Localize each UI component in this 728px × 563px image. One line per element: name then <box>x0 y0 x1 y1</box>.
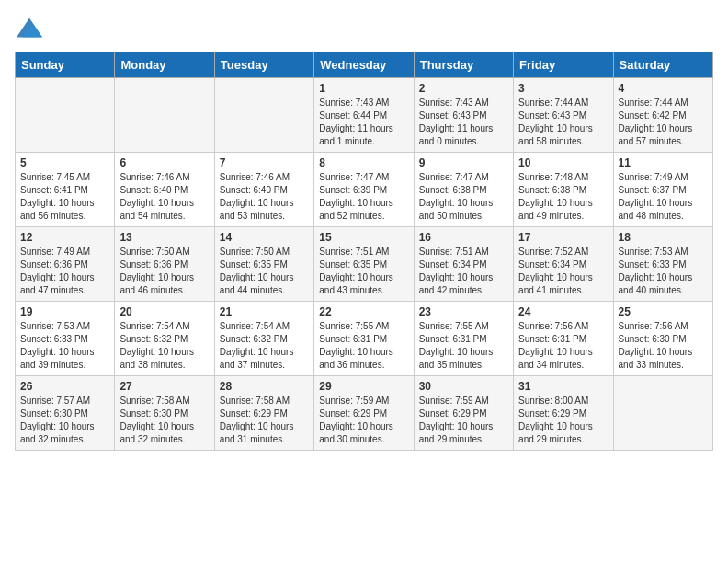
weekday-header-monday: Monday <box>115 52 214 78</box>
day-info: Sunrise: 7:59 AMSunset: 6:29 PMDaylight:… <box>419 395 508 446</box>
day-info: Sunrise: 7:44 AMSunset: 6:42 PMDaylight:… <box>619 97 708 148</box>
calendar-cell: 22Sunrise: 7:55 AMSunset: 6:31 PMDayligh… <box>314 302 414 376</box>
calendar-cell: 10Sunrise: 7:48 AMSunset: 6:38 PMDayligh… <box>514 153 613 227</box>
day-info: Sunrise: 7:53 AMSunset: 6:33 PMDaylight:… <box>619 246 708 297</box>
day-info: Sunrise: 7:53 AMSunset: 6:33 PMDaylight:… <box>20 320 109 372</box>
day-number: 30 <box>419 380 508 393</box>
calendar-cell: 5Sunrise: 7:45 AMSunset: 6:41 PMDaylight… <box>16 153 115 227</box>
day-number: 9 <box>419 156 508 169</box>
calendar-cell: 9Sunrise: 7:47 AMSunset: 6:38 PMDaylight… <box>414 153 513 227</box>
day-info: Sunrise: 7:55 AMSunset: 6:31 PMDaylight:… <box>419 320 508 372</box>
day-info: Sunrise: 7:51 AMSunset: 6:34 PMDaylight:… <box>419 246 508 297</box>
day-info: Sunrise: 7:43 AMSunset: 6:44 PMDaylight:… <box>319 97 408 148</box>
calendar-cell: 24Sunrise: 7:56 AMSunset: 6:31 PMDayligh… <box>514 302 613 376</box>
weekday-header-tuesday: Tuesday <box>214 52 313 78</box>
calendar-cell: 17Sunrise: 7:52 AMSunset: 6:34 PMDayligh… <box>514 227 613 302</box>
day-number: 7 <box>220 156 309 169</box>
week-row-3: 12Sunrise: 7:49 AMSunset: 6:36 PMDayligh… <box>16 227 713 302</box>
day-info: Sunrise: 7:47 AMSunset: 6:39 PMDaylight:… <box>319 171 408 223</box>
day-number: 8 <box>319 156 408 169</box>
day-number: 13 <box>119 231 209 244</box>
week-row-2: 5Sunrise: 7:45 AMSunset: 6:41 PMDaylight… <box>16 153 713 227</box>
day-number: 21 <box>220 305 309 318</box>
weekday-header-saturday: Saturday <box>613 52 712 78</box>
day-number: 23 <box>419 305 508 318</box>
calendar-cell: 27Sunrise: 7:58 AMSunset: 6:30 PMDayligh… <box>115 376 214 451</box>
calendar-cell <box>115 78 214 153</box>
day-info: Sunrise: 7:57 AMSunset: 6:30 PMDaylight:… <box>20 395 109 446</box>
calendar-cell: 30Sunrise: 7:59 AMSunset: 6:29 PMDayligh… <box>414 376 513 451</box>
calendar-cell: 12Sunrise: 7:49 AMSunset: 6:36 PMDayligh… <box>16 227 115 302</box>
day-number: 16 <box>419 231 508 244</box>
page-header <box>15 15 713 44</box>
week-row-5: 26Sunrise: 7:57 AMSunset: 6:30 PMDayligh… <box>16 376 713 451</box>
day-info: Sunrise: 7:47 AMSunset: 6:38 PMDaylight:… <box>419 171 508 223</box>
day-number: 12 <box>20 231 109 244</box>
day-number: 19 <box>20 305 109 318</box>
day-number: 14 <box>220 231 309 244</box>
day-info: Sunrise: 7:55 AMSunset: 6:31 PMDaylight:… <box>319 320 408 372</box>
day-info: Sunrise: 7:51 AMSunset: 6:35 PMDaylight:… <box>319 246 408 297</box>
day-number: 25 <box>619 305 708 318</box>
calendar-cell <box>613 376 712 451</box>
day-info: Sunrise: 7:46 AMSunset: 6:40 PMDaylight:… <box>220 171 309 223</box>
day-info: Sunrise: 7:56 AMSunset: 6:31 PMDaylight:… <box>518 320 608 372</box>
day-info: Sunrise: 7:59 AMSunset: 6:29 PMDaylight:… <box>319 395 408 446</box>
calendar-cell: 3Sunrise: 7:44 AMSunset: 6:43 PMDaylight… <box>514 78 613 153</box>
day-info: Sunrise: 7:58 AMSunset: 6:29 PMDaylight:… <box>220 395 309 446</box>
calendar-cell: 7Sunrise: 7:46 AMSunset: 6:40 PMDaylight… <box>214 153 313 227</box>
day-number: 4 <box>619 82 708 95</box>
calendar-cell: 1Sunrise: 7:43 AMSunset: 6:44 PMDaylight… <box>314 78 414 153</box>
calendar-cell: 2Sunrise: 7:43 AMSunset: 6:43 PMDaylight… <box>414 78 513 153</box>
day-number: 27 <box>119 380 209 393</box>
calendar-cell: 29Sunrise: 7:59 AMSunset: 6:29 PMDayligh… <box>314 376 414 451</box>
day-info: Sunrise: 7:54 AMSunset: 6:32 PMDaylight:… <box>220 320 309 372</box>
day-info: Sunrise: 7:54 AMSunset: 6:32 PMDaylight:… <box>119 320 209 372</box>
day-info: Sunrise: 7:49 AMSunset: 6:37 PMDaylight:… <box>619 171 708 223</box>
day-info: Sunrise: 7:44 AMSunset: 6:43 PMDaylight:… <box>518 97 608 148</box>
day-number: 26 <box>20 380 109 393</box>
day-number: 31 <box>518 380 608 393</box>
weekday-header-row: SundayMondayTuesdayWednesdayThursdayFrid… <box>16 52 713 78</box>
day-number: 24 <box>518 305 608 318</box>
day-info: Sunrise: 7:49 AMSunset: 6:36 PMDaylight:… <box>20 246 109 297</box>
day-info: Sunrise: 7:50 AMSunset: 6:36 PMDaylight:… <box>119 246 209 297</box>
day-number: 17 <box>518 231 608 244</box>
calendar-cell: 20Sunrise: 7:54 AMSunset: 6:32 PMDayligh… <box>115 302 214 376</box>
weekday-header-sunday: Sunday <box>16 52 115 78</box>
day-number: 3 <box>518 82 608 95</box>
week-row-1: 1Sunrise: 7:43 AMSunset: 6:44 PMDaylight… <box>16 78 713 153</box>
calendar-cell: 14Sunrise: 7:50 AMSunset: 6:35 PMDayligh… <box>214 227 313 302</box>
calendar-cell: 18Sunrise: 7:53 AMSunset: 6:33 PMDayligh… <box>613 227 712 302</box>
day-number: 5 <box>20 156 109 169</box>
day-number: 11 <box>619 156 708 169</box>
calendar-cell: 6Sunrise: 7:46 AMSunset: 6:40 PMDaylight… <box>115 153 214 227</box>
calendar-cell: 21Sunrise: 7:54 AMSunset: 6:32 PMDayligh… <box>214 302 313 376</box>
day-info: Sunrise: 7:46 AMSunset: 6:40 PMDaylight:… <box>119 171 209 223</box>
calendar-cell: 11Sunrise: 7:49 AMSunset: 6:37 PMDayligh… <box>613 153 712 227</box>
day-number: 10 <box>518 156 608 169</box>
day-number: 6 <box>119 156 209 169</box>
calendar-table: SundayMondayTuesdayWednesdayThursdayFrid… <box>15 52 713 451</box>
day-number: 15 <box>319 231 408 244</box>
calendar-cell: 4Sunrise: 7:44 AMSunset: 6:42 PMDaylight… <box>613 78 712 153</box>
day-info: Sunrise: 7:48 AMSunset: 6:38 PMDaylight:… <box>518 171 608 223</box>
calendar-cell: 25Sunrise: 7:56 AMSunset: 6:30 PMDayligh… <box>613 302 712 376</box>
day-info: Sunrise: 7:43 AMSunset: 6:43 PMDaylight:… <box>419 97 508 148</box>
calendar-cell: 23Sunrise: 7:55 AMSunset: 6:31 PMDayligh… <box>414 302 513 376</box>
day-number: 1 <box>319 82 408 95</box>
day-info: Sunrise: 7:56 AMSunset: 6:30 PMDaylight:… <box>619 320 708 372</box>
calendar-cell: 16Sunrise: 7:51 AMSunset: 6:34 PMDayligh… <box>414 227 513 302</box>
calendar-cell <box>214 78 313 153</box>
logo-icon <box>17 15 42 40</box>
day-number: 20 <box>119 305 209 318</box>
week-row-4: 19Sunrise: 7:53 AMSunset: 6:33 PMDayligh… <box>16 302 713 376</box>
day-info: Sunrise: 7:45 AMSunset: 6:41 PMDaylight:… <box>20 171 109 223</box>
calendar-cell: 28Sunrise: 7:58 AMSunset: 6:29 PMDayligh… <box>214 376 313 451</box>
day-number: 22 <box>319 305 408 318</box>
calendar-cell: 19Sunrise: 7:53 AMSunset: 6:33 PMDayligh… <box>16 302 115 376</box>
day-info: Sunrise: 7:50 AMSunset: 6:35 PMDaylight:… <box>220 246 309 297</box>
calendar-cell: 26Sunrise: 7:57 AMSunset: 6:30 PMDayligh… <box>16 376 115 451</box>
logo <box>15 15 42 44</box>
calendar-cell: 8Sunrise: 7:47 AMSunset: 6:39 PMDaylight… <box>314 153 414 227</box>
